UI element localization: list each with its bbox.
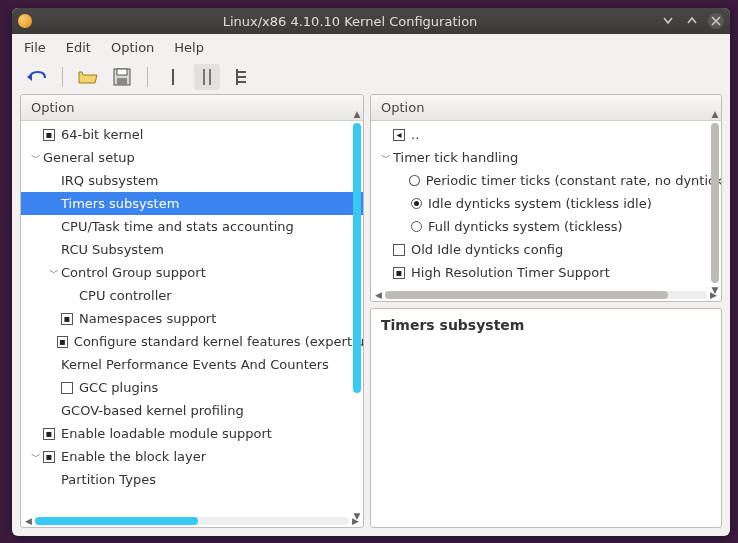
tree-row[interactable]: Partition Types <box>21 468 363 491</box>
tree-row[interactable]: Full dynticks system (tickless) <box>371 215 721 238</box>
tree-row[interactable]: GCOV-based kernel profiling <box>21 399 363 422</box>
tree-row[interactable]: GCC plugins <box>21 376 363 399</box>
tree-item-label: .. <box>411 127 419 142</box>
menubar: File Edit Option Help <box>12 34 730 60</box>
save-button[interactable] <box>109 64 135 90</box>
tree-item-label: Enable the block layer <box>61 449 206 464</box>
tree-row[interactable]: ▪Enable loadable module support <box>21 422 363 445</box>
app-window: Linux/x86 4.10.10 Kernel Configuration F… <box>12 8 730 536</box>
checkbox-checked-icon[interactable]: ▪ <box>57 336 68 348</box>
scroll-right-icon[interactable]: ▶ <box>710 290 717 300</box>
close-button[interactable] <box>708 13 724 29</box>
toolbar <box>12 60 730 94</box>
checkbox-checked-icon[interactable]: ▪ <box>393 267 405 279</box>
tree-row[interactable]: CPU/Task time and stats accounting <box>21 215 363 238</box>
checkbox-checked-icon[interactable]: ▪ <box>43 428 55 440</box>
checkbox-empty-icon[interactable] <box>393 244 405 256</box>
right-horizontal-scrollbar[interactable]: ◀ ▶ <box>371 289 721 301</box>
tree-row[interactable]: ﹀▪Enable the block layer <box>21 445 363 468</box>
left-column-header[interactable]: Option <box>21 95 363 121</box>
scroll-thumb[interactable] <box>35 517 198 525</box>
window-title: Linux/x86 4.10.10 Kernel Configuration <box>40 14 660 29</box>
left-vertical-scrollbar[interactable]: ▲ ▼ <box>353 123 361 509</box>
left-tree-panel: Option ▪64-bit kernel﹀General setupIRQ s… <box>20 94 364 528</box>
scroll-thumb[interactable] <box>711 123 719 283</box>
tree-item-label: Timers subsystem <box>61 196 179 211</box>
menu-option[interactable]: Option <box>111 40 154 55</box>
checkbox-checked-icon[interactable]: ▪ <box>43 451 55 463</box>
tree-row[interactable]: RCU Subsystem <box>21 238 363 261</box>
tree-row[interactable]: ﹀Timer tick handling <box>371 146 721 169</box>
titlebar[interactable]: Linux/x86 4.10.10 Kernel Configuration <box>12 8 730 34</box>
radio-selected-icon[interactable] <box>411 198 422 209</box>
tree-row[interactable]: Old Idle dynticks config <box>371 238 721 261</box>
tree-row[interactable]: ▪Namespaces support <box>21 307 363 330</box>
scroll-left-icon[interactable]: ◀ <box>375 290 382 300</box>
tree-item-label: Configure standard kernel features (expe… <box>74 334 363 349</box>
tree-row[interactable]: Timers subsystem <box>21 192 363 215</box>
tree-row[interactable]: ▪64-bit kernel <box>21 123 363 146</box>
detail-panel: Timers subsystem <box>370 308 722 528</box>
tree-row[interactable]: ﹀General setup <box>21 146 363 169</box>
checkbox-checked-icon[interactable]: ▪ <box>61 313 73 325</box>
right-vertical-scrollbar[interactable]: ▲ ▼ <box>711 123 719 283</box>
tree-item-label: IRQ subsystem <box>61 173 159 188</box>
tree-item-label: RCU Subsystem <box>61 242 164 257</box>
tree-item-label: Old Idle dynticks config <box>411 242 563 257</box>
collapse-icon[interactable]: ﹀ <box>29 450 43 464</box>
tree-row[interactable]: Kernel Performance Events And Counters <box>21 353 363 376</box>
detail-title: Timers subsystem <box>381 317 711 333</box>
tree-item-label: GCC plugins <box>79 380 158 395</box>
tree-item-label: Idle dynticks system (tickless idle) <box>428 196 652 211</box>
back-icon[interactable]: ◂ <box>393 129 405 141</box>
svg-rect-1 <box>117 69 127 75</box>
checkbox-empty-icon[interactable] <box>61 382 73 394</box>
scroll-thumb[interactable] <box>353 123 361 393</box>
tree-row[interactable]: ◂.. <box>371 123 721 146</box>
collapse-icon[interactable]: ﹀ <box>379 151 393 165</box>
single-view-button[interactable] <box>160 64 186 90</box>
tree-item-label: Periodic timer ticks (constant rate, no … <box>426 173 721 188</box>
tree-item-label: CPU/Task time and stats accounting <box>61 219 294 234</box>
scroll-up-icon[interactable]: ▲ <box>711 109 719 121</box>
right-tree[interactable]: ◂..﹀Timer tick handlingPeriodic timer ti… <box>371 121 721 289</box>
left-horizontal-scrollbar[interactable]: ◀ ▶ <box>21 515 363 527</box>
menu-file[interactable]: File <box>24 40 46 55</box>
tree-row[interactable]: Periodic timer ticks (constant rate, no … <box>371 169 721 192</box>
minimize-button[interactable] <box>660 13 676 29</box>
tree-row[interactable]: IRQ subsystem <box>21 169 363 192</box>
scroll-thumb[interactable] <box>385 291 668 299</box>
tree-item-label: Full dynticks system (tickless) <box>428 219 623 234</box>
scroll-right-icon[interactable]: ▶ <box>352 516 359 526</box>
tree-item-label: Namespaces support <box>79 311 216 326</box>
checkbox-checked-icon[interactable]: ▪ <box>43 129 55 141</box>
tree-row[interactable]: ▪Configure standard kernel features (exp… <box>21 330 363 353</box>
back-button[interactable] <box>24 64 50 90</box>
tree-row[interactable]: CPU controller <box>21 284 363 307</box>
tree-row[interactable]: Idle dynticks system (tickless idle) <box>371 192 721 215</box>
tree-item-label: High Resolution Timer Support <box>411 265 610 280</box>
tree-item-label: CPU controller <box>79 288 172 303</box>
collapse-icon[interactable]: ﹀ <box>29 151 43 165</box>
scroll-left-icon[interactable]: ◀ <box>25 516 32 526</box>
window-controls <box>660 13 724 29</box>
svg-rect-2 <box>117 78 127 85</box>
toolbar-separator <box>62 67 63 87</box>
split-view-button[interactable] <box>194 64 220 90</box>
full-view-button[interactable] <box>228 64 254 90</box>
radio-unselected-icon[interactable] <box>411 221 422 232</box>
tree-item-label: Enable loadable module support <box>61 426 272 441</box>
scroll-up-icon[interactable]: ▲ <box>353 109 361 121</box>
right-column-header[interactable]: Option <box>371 95 721 121</box>
maximize-button[interactable] <box>684 13 700 29</box>
app-icon <box>18 14 32 28</box>
open-button[interactable] <box>75 64 101 90</box>
tree-item-label: General setup <box>43 150 135 165</box>
menu-edit[interactable]: Edit <box>66 40 91 55</box>
left-tree[interactable]: ▪64-bit kernel﹀General setupIRQ subsyste… <box>21 121 363 515</box>
menu-help[interactable]: Help <box>174 40 204 55</box>
radio-unselected-icon[interactable] <box>409 175 420 186</box>
collapse-icon[interactable]: ﹀ <box>47 266 61 280</box>
tree-row[interactable]: ▪High Resolution Timer Support <box>371 261 721 284</box>
tree-row[interactable]: ﹀Control Group support <box>21 261 363 284</box>
